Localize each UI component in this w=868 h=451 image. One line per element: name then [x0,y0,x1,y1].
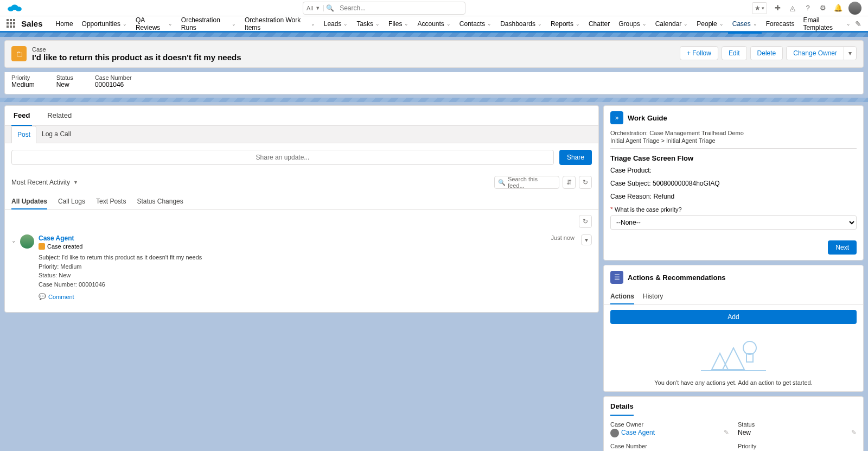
nav-item-opportunities[interactable]: Opportunities⌄ [78,16,131,32]
nav-item-reports[interactable]: Reports⌄ [546,16,584,32]
work-guide-icon: » [610,111,623,124]
case-number-label: Case Number [610,443,729,449]
object-label: Case [32,46,241,53]
author-avatar[interactable] [20,234,34,249]
share-button[interactable]: Share [559,150,592,165]
refresh-feed-button[interactable]: ↻ [579,176,592,189]
actions-icon: ☰ [610,271,623,284]
svg-point-2 [15,7,21,11]
priority-select[interactable]: --None-- [610,215,857,230]
feed-item: ⌄ Case Agent Case created Subject: I'd l… [11,231,592,307]
history-tab[interactable]: History [643,289,663,304]
feed-author-link[interactable]: Case Agent [39,234,74,242]
decorative-band-2 [0,98,868,102]
nav-item-chatter[interactable]: Chatter [584,16,614,32]
search-icon: 🔍 [324,4,336,12]
search-scope[interactable]: All▼ [303,5,324,11]
favorites-button[interactable]: ★▾ [752,2,767,14]
svg-point-3 [743,341,756,354]
actions-tab[interactable]: Actions [610,289,634,304]
refresh-list-button[interactable]: ↻ [579,215,592,228]
delete-button[interactable]: Delete [750,46,783,60]
subtab-status-changes[interactable]: Status Changes [137,194,183,209]
nav-item-leads[interactable]: Leads⌄ [320,16,353,32]
nav-item-groups[interactable]: Groups⌄ [614,16,650,32]
feed-card: Feed Related Post Log a Call Share Most … [4,105,599,313]
setup-icon[interactable]: ⚙ [818,3,828,13]
global-header: All▼ 🔍 ★▾ ✚ ◬ ? ⚙ 🔔 [0,0,868,16]
nav-item-people[interactable]: People⌄ [692,16,727,32]
empty-state-text: You don't have any actions yet. Add an a… [610,379,857,386]
edit-nav-icon[interactable]: ✎ [855,20,861,28]
record-highlights: 🗀 Case I'd like to return this product a… [4,40,864,68]
feed-record-event: Case created [47,243,82,250]
required-indicator: * [610,206,613,213]
highlight-field: StatusNew [56,74,73,88]
search-input[interactable] [336,4,465,12]
subtab-text-posts[interactable]: Text Posts [96,194,126,209]
collapse-item-icon[interactable]: ⌄ [11,234,16,300]
highlight-field: PriorityMedium [11,74,35,88]
nav-item-files[interactable]: Files⌄ [384,16,413,32]
global-actions-icon[interactable]: ✚ [773,3,782,13]
owner-avatar [610,429,619,437]
change-owner-button[interactable]: Change Owner [786,46,844,60]
publisher-tab-log-call[interactable]: Log a Call [36,126,76,143]
subtab-all-updates[interactable]: All Updates [11,194,47,209]
edit-pencil-icon[interactable]: ✎ [724,429,729,436]
share-update-input[interactable] [11,150,554,165]
feed-body-subject: Subject: I'd like to return this product… [39,253,547,262]
help-icon[interactable]: ? [803,3,813,13]
nav-item-tasks[interactable]: Tasks⌄ [352,16,384,32]
status-label: Status [738,421,857,428]
empty-state-illustration [610,332,857,375]
case-owner-label: Case Owner [610,421,729,428]
feed-search[interactable]: 🔍 Search this feed... [494,176,559,189]
app-launcher-icon[interactable] [7,19,16,29]
flow-title: Triage Case Screen Flow [610,154,857,162]
tab-related[interactable]: Related [45,106,74,125]
nav-item-home[interactable]: Home [52,16,78,32]
next-button[interactable]: Next [828,240,857,255]
publisher-tab-post[interactable]: Post [11,126,36,143]
more-actions-button[interactable]: ▾ [844,46,857,60]
nav-item-email-templates[interactable]: Email Templates⌄ [799,16,855,32]
details-tab[interactable]: Details [610,402,634,416]
feed-sort[interactable]: Most Recent Activity ▼ [11,179,78,186]
feed-timestamp: Just now [551,234,575,241]
highlight-field: Case Number00001046 [95,74,132,88]
nav-item-forecasts[interactable]: Forecasts [762,16,799,32]
user-avatar[interactable] [848,2,861,15]
nav-item-orchestration-work-items[interactable]: Orchestration Work Items⌄ [240,16,320,32]
actions-title: Actions & Recommendations [628,274,726,282]
add-action-button[interactable]: Add [610,310,857,324]
expand-collapse-button[interactable]: ⇵ [563,176,576,189]
global-search[interactable]: All▼ 🔍 [303,2,465,15]
work-guide-title: Work Guide [628,114,667,122]
subtab-call-logs[interactable]: Call Logs [58,194,85,209]
edit-pencil-icon[interactable]: ✎ [851,429,857,436]
tab-feed[interactable]: Feed [11,106,32,126]
case-subject-row: Case Subject: 500800000084hoGIAQ [610,180,857,187]
notifications-icon[interactable]: 🔔 [833,3,843,13]
follow-button[interactable]: + Follow [680,46,718,60]
record-icon [39,243,45,250]
nav-item-cases[interactable]: Cases⌄ [728,16,762,32]
nav-item-contacts[interactable]: Contacts⌄ [455,16,496,32]
nav-item-orchestration-runs[interactable]: Orchestration Runs⌄ [177,16,240,32]
nav-item-calendar[interactable]: Calendar⌄ [651,16,693,32]
feed-item-menu[interactable]: ▾ [581,234,592,245]
case-reason-row: Case Reason: Refund [610,193,857,200]
details-card: Details Case Owner Case Agent ✎ Status N… [603,396,864,451]
guidance-center-icon[interactable]: ◬ [788,3,797,13]
app-nav-bar: Sales HomeOpportunities⌄QA Reviews⌄Orche… [0,16,868,33]
priority-label: Priority [738,443,857,449]
nav-item-accounts[interactable]: Accounts⌄ [413,16,455,32]
highlights-fields: PriorityMediumStatusNewCase Number000010… [4,72,864,94]
case-owner-link[interactable]: Case Agent [621,429,655,436]
edit-button[interactable]: Edit [722,46,747,60]
comment-action[interactable]: 💬 Comment [39,293,547,300]
nav-item-qa-reviews[interactable]: QA Reviews⌄ [131,16,177,32]
actions-recommendations-card: ☰ Actions & Recommendations Actions Hist… [603,265,864,392]
nav-item-dashboards[interactable]: Dashboards⌄ [496,16,546,32]
